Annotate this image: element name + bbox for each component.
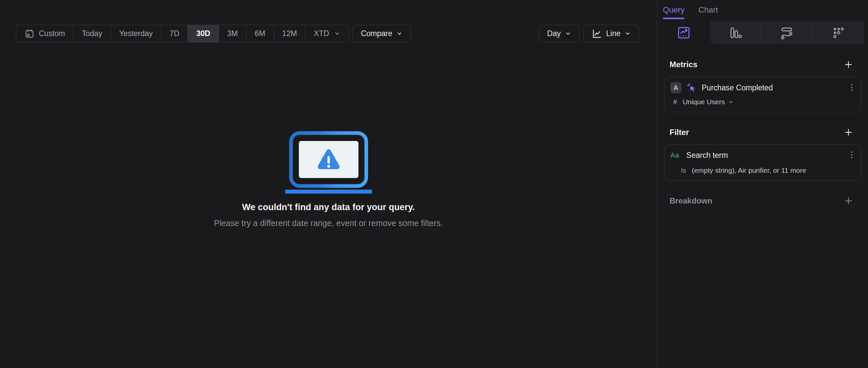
chevron-down-icon <box>565 30 571 37</box>
chart-main-area: Custom Today Yesterday 7D 30D <box>0 0 657 368</box>
tab-query[interactable]: Query <box>663 4 684 19</box>
metric-letter-badge: A <box>670 82 681 93</box>
panel-tabs: Query Chart <box>657 0 868 21</box>
filter-heading: Filter <box>670 128 689 137</box>
date-range-3m-button[interactable]: 3M <box>219 25 247 42</box>
chart-toolbar: Custom Today Yesterday 7D 30D <box>16 25 639 42</box>
no-data-laptop-warning-icon <box>285 131 372 194</box>
tab-chart[interactable]: Chart <box>699 4 718 19</box>
report-type-tabs <box>657 21 868 44</box>
chevron-down-icon <box>396 30 403 37</box>
date-range-7d-button[interactable]: 7D <box>161 25 188 42</box>
filter-operator[interactable]: Is <box>681 166 686 174</box>
granularity-dropdown[interactable]: Day <box>539 25 580 42</box>
event-cursor-click-icon <box>686 82 697 93</box>
aggregation-selector[interactable]: Unique Users <box>683 98 725 106</box>
chart-display-controls: Day Line <box>535 25 639 42</box>
empty-state-title: We couldn't find any data for your query… <box>242 202 415 212</box>
filter-condition-row: Is (empty string), Air purifier, or 11 m… <box>670 166 855 174</box>
retention-icon <box>832 26 845 40</box>
date-range-today-button[interactable]: Today <box>73 25 111 42</box>
metric-options-kebab-icon[interactable] <box>849 82 855 93</box>
date-range-custom-button[interactable]: Custom <box>16 25 73 42</box>
line-chart-icon <box>592 29 602 39</box>
flows-icon <box>780 26 794 40</box>
report-type-funnels-tab[interactable] <box>710 21 761 44</box>
date-range-segmented-control: Custom Today Yesterday 7D 30D <box>16 25 349 42</box>
empty-state: We couldn't find any data for your query… <box>0 131 657 228</box>
chart-type-dropdown[interactable]: Line <box>583 25 639 42</box>
report-type-insights-tab[interactable] <box>657 21 710 44</box>
metrics-section-header: Metrics <box>657 60 868 69</box>
number-hash-icon: # <box>673 98 677 106</box>
metric-aggregation-row: # Unique Users <box>670 98 855 106</box>
metric-event-name[interactable]: Purchase Completed <box>702 83 773 92</box>
date-range-label: Custom <box>39 29 65 38</box>
add-metric-button[interactable] <box>843 60 854 69</box>
date-range-yesterday-button[interactable]: Yesterday <box>111 25 161 42</box>
empty-state-subtitle: Please try a different date range, event… <box>214 219 443 228</box>
date-range-controls: Custom Today Yesterday 7D 30D <box>16 25 411 42</box>
breakdown-section-header: Breakdown <box>657 196 868 206</box>
string-property-type-icon: Aa <box>670 151 679 159</box>
compare-button[interactable]: Compare <box>352 25 411 42</box>
filter-card[interactable]: Aa Search term Is (empty string), Air pu… <box>664 144 861 181</box>
report-type-tab-group <box>710 21 864 44</box>
report-type-flows-tab[interactable] <box>761 21 812 44</box>
chevron-down-icon <box>624 30 631 37</box>
report-type-retention-tab[interactable] <box>813 21 864 44</box>
date-range-12m-button[interactable]: 12M <box>274 25 306 42</box>
filter-property-name[interactable]: Search term <box>686 151 728 160</box>
filter-section-header: Filter <box>657 127 868 137</box>
bar-chart-icon <box>728 26 742 40</box>
metric-card[interactable]: A Purchase Completed # Unique Users <box>664 76 861 112</box>
filter-options-kebab-icon[interactable] <box>849 150 855 161</box>
add-breakdown-button[interactable] <box>843 196 854 206</box>
filter-values[interactable]: (empty string), Air purifier, or 11 more <box>692 166 806 174</box>
insights-line-icon <box>677 26 691 40</box>
date-range-6m-button[interactable]: 6M <box>247 25 274 42</box>
breakdown-heading: Breakdown <box>670 196 712 205</box>
insights-report-view: Custom Today Yesterday 7D 30D <box>0 0 868 368</box>
chevron-down-icon[interactable] <box>728 99 734 105</box>
metric-event-row: A Purchase Completed <box>670 82 855 93</box>
date-range-xtd-button[interactable]: XTD <box>306 25 348 42</box>
chevron-down-icon <box>334 30 340 37</box>
add-filter-button[interactable] <box>843 127 854 137</box>
metrics-heading: Metrics <box>670 60 698 69</box>
calendar-icon <box>25 29 34 39</box>
date-range-30d-button[interactable]: 30D <box>188 25 219 42</box>
query-builder-panel: Query Chart <box>657 0 868 368</box>
filter-property-row: Aa Search term <box>670 150 855 161</box>
